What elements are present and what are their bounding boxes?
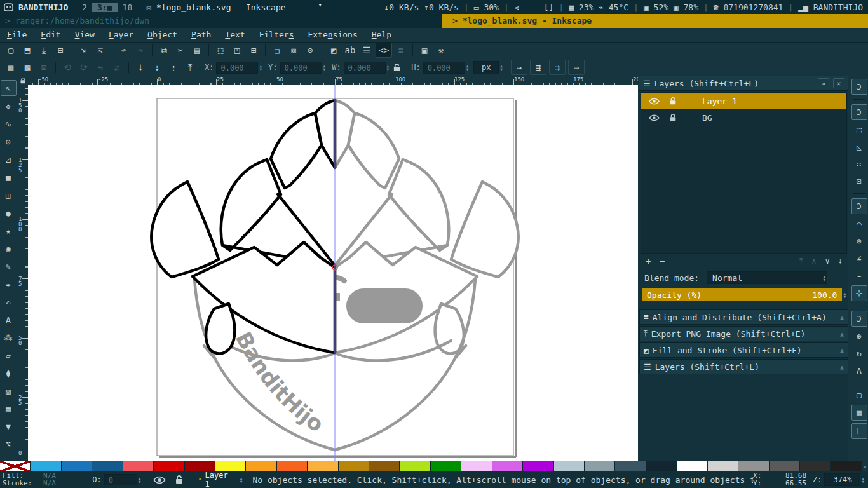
- snap-bbox-edges[interactable]: ⬚: [852, 123, 867, 137]
- preferences-button[interactable]: ⚒: [433, 43, 449, 57]
- menu-help[interactable]: Help: [365, 28, 398, 42]
- paste-button[interactable]: ▤: [189, 43, 205, 57]
- menu-file[interactable]: File: [0, 28, 34, 42]
- pen-tool[interactable]: ✒: [1, 277, 16, 292]
- opacity-slider[interactable]: Opacity (%) 100.0: [642, 288, 842, 301]
- snap-bounding-box[interactable]: Ɔ: [851, 104, 867, 120]
- opacity-field[interactable]: 0: [104, 474, 137, 485]
- star-tool[interactable]: ★: [1, 224, 16, 238]
- redo-button[interactable]: ↷: [133, 43, 148, 57]
- raise-layer-top-button[interactable]: ⤒: [799, 257, 803, 266]
- align-distribute-dialog-bar[interactable]: ≣ Align and Distribute (Shift+Ctrl+A) ▲: [639, 309, 848, 325]
- rotate-cw-button[interactable]: ⟳: [76, 60, 92, 74]
- pencil-tool[interactable]: ✎: [1, 259, 16, 274]
- snap-bbox-corners[interactable]: ◺: [852, 140, 867, 154]
- mesh-tool[interactable]: ▦: [1, 402, 16, 416]
- opacity-field-spinner[interactable]: ▲▼: [139, 477, 141, 483]
- flip-horizontal-button[interactable]: ⇋: [93, 60, 108, 74]
- inkscape-pane-title[interactable]: > *logo_blank.svg - Inkscape: [442, 14, 868, 28]
- swatch-blue-grey[interactable]: [554, 461, 585, 471]
- measure-tool[interactable]: ⊿: [1, 152, 16, 167]
- swatch-olive[interactable]: [339, 461, 369, 471]
- select-all-layers-button[interactable]: ▩: [20, 60, 35, 74]
- snap-others[interactable]: Ɔ: [851, 311, 867, 327]
- undo-button[interactable]: ↶: [116, 43, 132, 57]
- deselect-button[interactable]: ⊠: [36, 60, 51, 74]
- snap-rotation-centers[interactable]: ↻: [852, 346, 867, 361]
- layer-name[interactable]: Layer 1: [702, 97, 737, 106]
- snap-bbox-midpoints[interactable]: ∷: [852, 157, 867, 172]
- node-tool[interactable]: ✥: [1, 99, 16, 114]
- current-layer-select[interactable]: • Layer 1: [193, 474, 239, 485]
- xml-editor-button[interactable]: <>: [376, 43, 392, 58]
- y-spinner[interactable]: ▲▼: [323, 64, 326, 71]
- fill-stroke-dialog-bar[interactable]: ◩ Fill and Stroke (Shift+Ctrl+F) ▲: [639, 342, 848, 358]
- swatch-lavender[interactable]: [461, 461, 492, 471]
- tmux-window-2[interactable]: 2: [77, 3, 92, 12]
- snap-guides[interactable]: ⊦: [851, 423, 867, 439]
- expand-caret-icon[interactable]: ▲: [840, 347, 844, 354]
- menu-edit[interactable]: Edit: [34, 28, 67, 42]
- fill-stroke-button[interactable]: ◩: [326, 43, 341, 57]
- create-clone-button[interactable]: ⧇: [286, 43, 301, 57]
- snap-text-baseline[interactable]: A: [852, 363, 867, 378]
- document-properties-button[interactable]: ▣: [417, 43, 432, 57]
- cut-button[interactable]: ✂: [173, 43, 188, 57]
- connector-tool[interactable]: ⌥: [1, 437, 16, 452]
- h-spinner[interactable]: ▲▼: [466, 64, 469, 71]
- visibility-eye-icon[interactable]: [649, 98, 660, 105]
- swatch-green[interactable]: [431, 461, 461, 471]
- transform-corners-toggle[interactable]: ⇶: [530, 60, 546, 75]
- align-dialog-button[interactable]: ≣: [393, 43, 409, 57]
- zoom-page-button[interactable]: ⊞: [246, 43, 261, 57]
- box3d-tool[interactable]: ◫: [1, 188, 16, 203]
- swatch-dark-navy[interactable]: [646, 461, 677, 471]
- blend-mode-select[interactable]: Normal ▲▼: [707, 271, 827, 284]
- snap-nodes[interactable]: Ɔ: [851, 198, 867, 214]
- save-document-button[interactable]: ⤓: [36, 43, 51, 57]
- layers-dialog-bar[interactable]: ☰ Layers (Shift+Ctrl+L) ▲: [639, 359, 848, 374]
- swatch-orchid[interactable]: [492, 461, 523, 471]
- swatch-purple[interactable]: [523, 461, 553, 471]
- flip-vertical-button[interactable]: ⇵: [109, 60, 125, 74]
- guide-lock-icon[interactable]: [18, 76, 28, 85]
- swatch-brown[interactable]: [369, 461, 400, 471]
- horizontal-ruler[interactable]: -50-250255075100125150175200: [28, 76, 638, 86]
- swatch-orange[interactable]: [246, 461, 276, 471]
- snap-line-midpoints[interactable]: ⊹: [851, 285, 867, 301]
- eraser-tool[interactable]: ▱: [1, 348, 16, 363]
- spiral-tool[interactable]: ◉: [1, 241, 16, 256]
- blend-spinner[interactable]: ▲▼: [823, 272, 825, 283]
- ranger-pane-title[interactable]: > ranger:/home/bandithijo/dwn: [0, 14, 442, 28]
- raise-layer-button[interactable]: ∧: [811, 257, 816, 266]
- lock-closed-icon[interactable]: [669, 113, 681, 122]
- layer-row-bg[interactable]: BG: [641, 109, 846, 126]
- swatch-dark-orange[interactable]: [277, 461, 308, 471]
- zoom-tool[interactable]: ⊙: [1, 135, 16, 149]
- swatch-red[interactable]: [154, 461, 184, 471]
- ellipse-tool[interactable]: ●: [1, 206, 16, 220]
- zoom-selection-button[interactable]: ⬚: [213, 43, 228, 57]
- menu-text[interactable]: Text: [218, 28, 252, 42]
- export-button[interactable]: ⇱: [93, 43, 108, 57]
- layer-select-spinner[interactable]: ▲▼: [240, 477, 243, 483]
- calligraphy-tool[interactable]: ✍: [1, 295, 16, 309]
- snap-grids[interactable]: ▦: [851, 405, 867, 421]
- fill-stroke-indicator[interactable]: Fill:N/A Stroke:N/A: [0, 472, 90, 487]
- expand-caret-icon[interactable]: ▲: [840, 330, 844, 337]
- rectangle-tool[interactable]: ■: [1, 170, 16, 185]
- spray-tool[interactable]: ⁂: [1, 330, 16, 345]
- snap-bbox-centers[interactable]: ⊡: [852, 174, 867, 189]
- dock-collapse-button[interactable]: ◂: [818, 78, 829, 88]
- new-document-button[interactable]: ▢: [3, 43, 18, 57]
- swatch-grey-blue[interactable]: [585, 461, 615, 471]
- w-spinner[interactable]: ▲▼: [387, 64, 390, 71]
- copy-button[interactable]: ⧉: [156, 43, 172, 57]
- transform-stroke-toggle[interactable]: ⇢: [511, 60, 527, 75]
- swatch-yellow[interactable]: [215, 461, 246, 471]
- snap-toggle[interactable]: Ɔ: [851, 79, 867, 95]
- snap-paths[interactable]: ⌒: [852, 217, 867, 231]
- remove-layer-button[interactable]: −: [660, 256, 674, 266]
- tmux-window-10[interactable]: 10: [118, 3, 138, 12]
- layer-lock-icon[interactable]: [175, 475, 184, 485]
